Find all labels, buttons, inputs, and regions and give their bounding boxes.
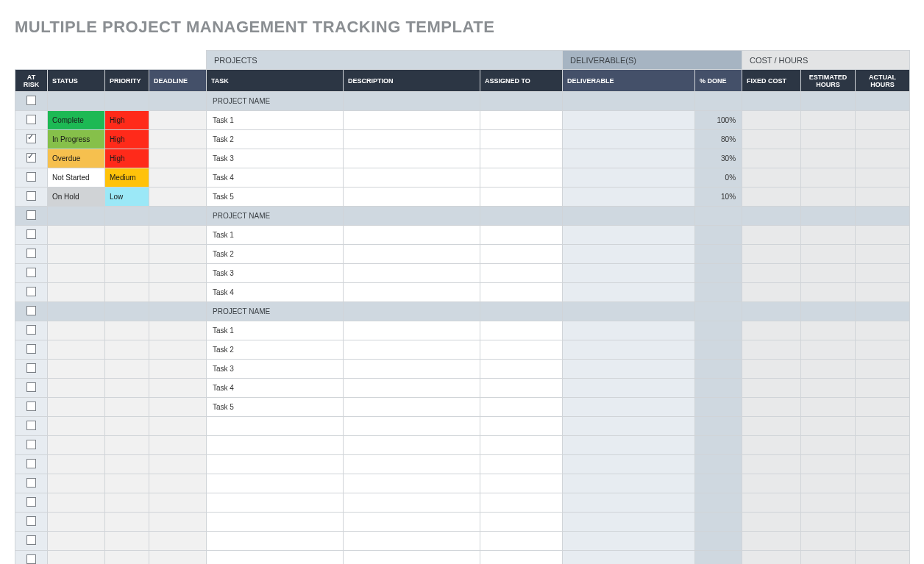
cell-assigned-to[interactable]: [480, 207, 563, 226]
at-risk-checkbox[interactable]: [26, 134, 36, 143]
cell-at-risk[interactable]: [15, 398, 48, 417]
cell-actual-hours[interactable]: [856, 360, 910, 379]
cell-at-risk[interactable]: [15, 340, 48, 360]
cell-fixed-cost[interactable]: [742, 207, 801, 226]
cell-assigned-to[interactable]: [480, 340, 563, 360]
cell-priority[interactable]: [105, 551, 149, 565]
cell-status[interactable]: [48, 379, 105, 398]
cell-description[interactable]: [344, 207, 480, 226]
cell-status[interactable]: [48, 474, 105, 493]
col-priority[interactable]: PRIORITY: [105, 70, 149, 92]
cell-deadline[interactable]: [149, 168, 207, 188]
col-description[interactable]: DESCRIPTION: [344, 70, 480, 92]
cell-est-hours[interactable]: [801, 207, 856, 226]
cell-est-hours[interactable]: [801, 340, 856, 360]
at-risk-checkbox[interactable]: [26, 401, 36, 411]
cell-task[interactable]: [207, 513, 344, 532]
cell-assigned-to[interactable]: [480, 245, 563, 264]
cell-status[interactable]: [48, 417, 105, 436]
cell-fixed-cost[interactable]: [742, 551, 801, 565]
cell-task[interactable]: [207, 551, 344, 565]
cell-task[interactable]: Task 2: [207, 245, 344, 264]
cell-priority[interactable]: [105, 532, 149, 551]
cell-deadline[interactable]: [149, 149, 207, 168]
cell-deadline[interactable]: [149, 264, 207, 283]
cell-status[interactable]: On Hold: [48, 188, 105, 207]
at-risk-checkbox[interactable]: [26, 306, 36, 315]
cell-description[interactable]: [344, 360, 480, 379]
cell-fixed-cost[interactable]: [742, 168, 801, 188]
at-risk-checkbox[interactable]: [26, 382, 36, 392]
cell-est-hours[interactable]: [801, 130, 856, 149]
cell-deliverable[interactable]: [563, 398, 695, 417]
cell-deadline[interactable]: [149, 551, 207, 565]
col-est-hours[interactable]: ESTIMATED HOURS: [801, 70, 856, 92]
cell-task[interactable]: Task 2: [207, 130, 344, 149]
cell-actual-hours[interactable]: [856, 188, 910, 207]
cell-task[interactable]: [207, 436, 344, 455]
cell-actual-hours[interactable]: [856, 226, 910, 245]
at-risk-checkbox[interactable]: [26, 287, 36, 296]
cell-deadline[interactable]: [149, 302, 207, 321]
cell-task[interactable]: [207, 474, 344, 493]
cell-description[interactable]: [344, 532, 480, 551]
cell-task[interactable]: Task 5: [207, 188, 344, 207]
cell-deliverable[interactable]: [563, 417, 695, 436]
cell-deliverable[interactable]: [563, 551, 695, 565]
cell-deadline[interactable]: [149, 321, 207, 340]
cell-fixed-cost[interactable]: [742, 264, 801, 283]
col-assigned-to[interactable]: ASSIGNED TO: [480, 70, 563, 92]
cell-task[interactable]: PROJECT NAME: [207, 207, 344, 226]
cell-actual-hours[interactable]: [856, 455, 910, 474]
cell-pct-done[interactable]: 0%: [695, 168, 742, 188]
cell-task[interactable]: Task 4: [207, 283, 344, 302]
cell-deadline[interactable]: [149, 245, 207, 264]
cell-pct-done[interactable]: [695, 340, 742, 360]
cell-deadline[interactable]: [149, 379, 207, 398]
cell-at-risk[interactable]: [15, 283, 48, 302]
cell-priority[interactable]: [105, 436, 149, 455]
cell-est-hours[interactable]: [801, 92, 856, 111]
cell-assigned-to[interactable]: [480, 111, 563, 130]
cell-deadline[interactable]: [149, 226, 207, 245]
cell-deliverable[interactable]: [563, 207, 695, 226]
cell-priority[interactable]: [105, 455, 149, 474]
cell-deliverable[interactable]: [563, 360, 695, 379]
cell-at-risk[interactable]: [15, 436, 48, 455]
cell-deadline[interactable]: [149, 436, 207, 455]
cell-description[interactable]: [344, 283, 480, 302]
cell-fixed-cost[interactable]: [742, 532, 801, 551]
cell-fixed-cost[interactable]: [742, 513, 801, 532]
cell-deadline[interactable]: [149, 283, 207, 302]
at-risk-checkbox[interactable]: [26, 459, 36, 468]
cell-priority[interactable]: Medium: [105, 168, 149, 188]
cell-est-hours[interactable]: [801, 264, 856, 283]
cell-fixed-cost[interactable]: [742, 149, 801, 168]
cell-est-hours[interactable]: [801, 302, 856, 321]
cell-deadline[interactable]: [149, 493, 207, 513]
cell-deadline[interactable]: [149, 474, 207, 493]
cell-actual-hours[interactable]: [856, 436, 910, 455]
cell-at-risk[interactable]: [15, 455, 48, 474]
cell-status[interactable]: [48, 455, 105, 474]
cell-actual-hours[interactable]: [856, 493, 910, 513]
cell-assigned-to[interactable]: [480, 188, 563, 207]
cell-deadline[interactable]: [149, 111, 207, 130]
at-risk-checkbox[interactable]: [26, 191, 36, 201]
cell-priority[interactable]: [105, 283, 149, 302]
cell-deadline[interactable]: [149, 532, 207, 551]
at-risk-checkbox[interactable]: [26, 325, 36, 335]
at-risk-checkbox[interactable]: [26, 554, 36, 564]
cell-at-risk[interactable]: [15, 474, 48, 493]
cell-est-hours[interactable]: [801, 493, 856, 513]
cell-status[interactable]: [48, 436, 105, 455]
cell-status[interactable]: In Progress: [48, 130, 105, 149]
cell-priority[interactable]: [105, 264, 149, 283]
cell-fixed-cost[interactable]: [742, 92, 801, 111]
cell-est-hours[interactable]: [801, 360, 856, 379]
cell-at-risk[interactable]: [15, 245, 48, 264]
col-fixed-cost[interactable]: FIXED COST: [742, 70, 801, 92]
cell-actual-hours[interactable]: [856, 513, 910, 532]
cell-deliverable[interactable]: [563, 436, 695, 455]
cell-status[interactable]: [48, 551, 105, 565]
